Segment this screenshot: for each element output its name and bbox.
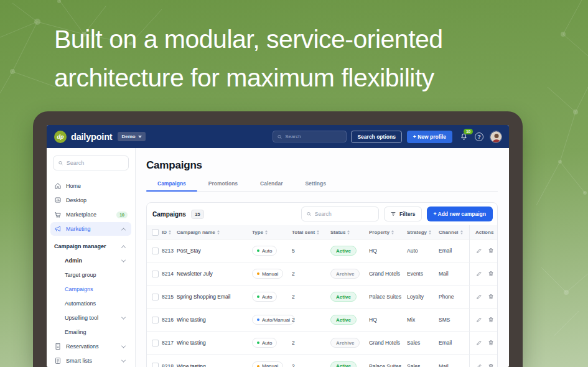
edit-button[interactable]: [476, 271, 482, 277]
tab-settings[interactable]: Settings: [294, 180, 337, 191]
trash-icon: [488, 317, 494, 323]
delete-button[interactable]: [488, 317, 494, 323]
help-button[interactable]: ?: [475, 132, 483, 141]
sort-icon: [347, 230, 350, 235]
table-row[interactable]: 8213 Post_Stay Auto 5 Active: [147, 239, 497, 262]
type-badge: Auto: [252, 292, 277, 302]
page-title: Campaigns: [146, 159, 498, 172]
global-search[interactable]: [273, 131, 347, 142]
cell-id: 8213: [162, 248, 177, 254]
column-header[interactable]: Campaign name: [177, 230, 252, 235]
avatar-image: [490, 131, 502, 143]
edit-button[interactable]: [476, 340, 482, 346]
sidebar-section-campaign-manager[interactable]: Campaign manager: [50, 239, 131, 253]
type-badge: Auto: [252, 246, 277, 256]
edit-button[interactable]: [476, 294, 482, 300]
cell-property: Palace Suites: [369, 294, 407, 300]
tab-promotions[interactable]: Promotions: [197, 180, 249, 191]
sidebar-search[interactable]: [53, 156, 129, 170]
edit-button[interactable]: [476, 317, 482, 323]
sidebar-item-admin[interactable]: Admin: [50, 254, 131, 267]
column-header[interactable]: Total sent: [292, 230, 330, 235]
sidebar-item-home[interactable]: Home: [50, 179, 131, 193]
delete-button[interactable]: [488, 363, 494, 367]
cell-id: 8216: [162, 317, 177, 323]
type-badge: Auto: [252, 338, 277, 348]
edit-button[interactable]: [476, 363, 482, 367]
table-search[interactable]: [301, 207, 379, 221]
cell-total-sent: 2: [292, 317, 330, 323]
type-dot-icon: [257, 295, 259, 298]
add-new-campaign-button[interactable]: + Add new campaign: [427, 207, 493, 221]
row-checkbox[interactable]: [152, 317, 159, 323]
sidebar-item-reservations[interactable]: Reservations: [50, 340, 131, 353]
sidebar-item-desktop[interactable]: Desktop: [50, 193, 131, 207]
column-header[interactable]: Actions: [469, 225, 497, 239]
search-options-button[interactable]: Search options: [351, 131, 401, 143]
column-header[interactable]: ID: [162, 230, 177, 235]
column-header[interactable]: Strategy: [407, 230, 439, 235]
type-dot-icon: [257, 249, 259, 252]
row-checkbox[interactable]: [152, 363, 159, 367]
table-row[interactable]: 8217 Wine tasting Auto 2 Archive: [147, 332, 497, 355]
row-actions: [469, 355, 497, 367]
cell-id: 8214: [162, 271, 177, 277]
cell-property: Grand Hotels: [369, 271, 407, 277]
table-search-input[interactable]: [315, 211, 374, 217]
chevron-down-icon: [121, 258, 126, 262]
user-avatar[interactable]: [490, 131, 502, 143]
tab-calendar[interactable]: Calendar: [249, 180, 294, 191]
row-actions: [469, 286, 497, 308]
row-checkbox[interactable]: [152, 294, 159, 300]
sidebar-item-campaigns[interactable]: Campaigns: [50, 282, 131, 296]
desktop-icon: [54, 197, 62, 204]
environment-dropdown[interactable]: Demo: [118, 132, 145, 141]
cell-campaign-name: Spring Shopping Email: [177, 294, 252, 300]
table-row[interactable]: 8218 Wine tasting Manual 2 Active: [147, 355, 497, 367]
cell-property: Palace Suites: [369, 363, 407, 367]
notifications-button[interactable]: 10: [460, 132, 468, 141]
filter-icon: [390, 211, 396, 217]
column-header[interactable]: Channel: [439, 230, 469, 235]
cell-campaign-name: Wine tasting: [177, 363, 252, 367]
type-dot-icon: [257, 272, 259, 275]
table-title: Campaigns: [152, 211, 186, 218]
sidebar-item-smart-lists[interactable]: Smart lists: [50, 354, 131, 367]
sidebar-item-emailing[interactable]: Emailing: [50, 325, 131, 339]
table-row[interactable]: 8216 Wine tasting Auto/Manual 2 Active: [147, 309, 497, 332]
trash-icon: [488, 340, 494, 346]
row-checkbox[interactable]: [152, 248, 159, 254]
cell-campaign-name: Wine tasting: [177, 340, 252, 346]
pencil-icon: [476, 294, 482, 300]
cart-icon: [54, 211, 62, 218]
global-search-input[interactable]: [285, 134, 342, 139]
table-row[interactable]: 8215 Spring Shopping Email Auto 2 Active: [147, 286, 497, 309]
row-checkbox[interactable]: [152, 271, 159, 277]
cell-total-sent: 2: [292, 363, 330, 367]
sidebar-search-input[interactable]: [67, 160, 124, 166]
column-header[interactable]: Status: [330, 230, 369, 235]
sidebar-item-marketing[interactable]: Marketing: [50, 222, 131, 236]
delete-button[interactable]: [488, 248, 494, 254]
tab-campaigns[interactable]: Campaigns: [146, 180, 197, 191]
sidebar-item-upselling-tool[interactable]: Upselling tool: [50, 311, 131, 325]
megaphone-icon: [54, 225, 62, 233]
sidebar-item-automations[interactable]: Automations: [50, 297, 131, 310]
delete-button[interactable]: [488, 294, 494, 300]
delete-button[interactable]: [488, 340, 494, 346]
row-checkbox[interactable]: [152, 340, 159, 346]
cell-strategy: Events: [407, 271, 439, 277]
column-header[interactable]: Type: [252, 230, 292, 235]
delete-button[interactable]: [488, 271, 494, 277]
select-all-checkbox[interactable]: [152, 229, 159, 236]
edit-button[interactable]: [476, 248, 482, 254]
sidebar-item-marketplace[interactable]: Marketplace 10: [50, 208, 131, 221]
column-header[interactable]: Property: [369, 230, 407, 235]
brand-name: dailypoint: [71, 132, 112, 142]
table-row[interactable]: 8214 Newsletter July Manual 2 Archive: [147, 262, 497, 286]
sidebar-item-target-group[interactable]: Target group: [50, 268, 131, 282]
new-profile-button[interactable]: + New profile: [407, 131, 452, 143]
cell-strategy: Mix: [407, 317, 439, 323]
cell-channel: SMS: [439, 317, 469, 323]
filters-button[interactable]: Filters: [384, 207, 422, 221]
